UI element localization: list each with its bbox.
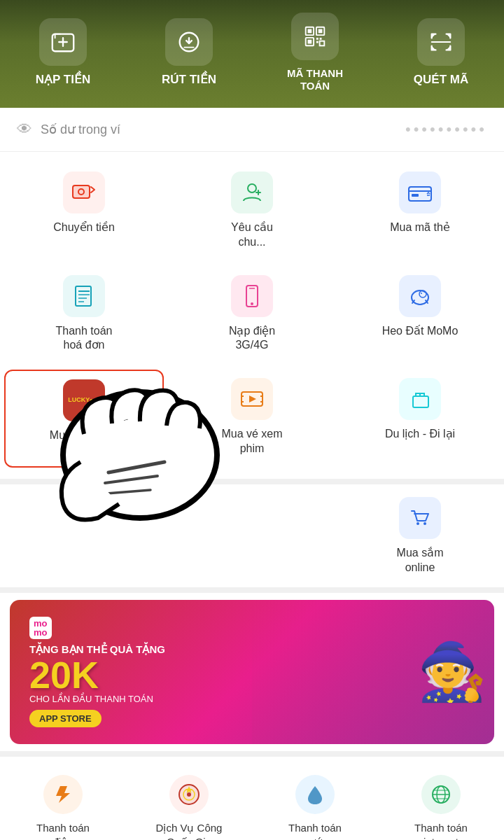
withdraw-icon	[165, 18, 213, 66]
banner-subtext: CHO LẦN ĐẦU THANH TOÁN	[29, 694, 165, 704]
svg-point-18	[248, 184, 256, 192]
mua-ve-xem-phim-label: Mua vé xemphim	[221, 427, 282, 456]
balance-amount: ••••••••••	[405, 120, 487, 139]
deposit-icon	[39, 18, 87, 66]
card-icon	[399, 172, 441, 214]
qr-code-icon	[291, 13, 339, 60]
mua-ho-ve-so-label: Mua hộ vé sốVietlott	[50, 428, 118, 458]
mua-ma-the-button[interactable]: Mua mã thẻ	[336, 159, 504, 262]
banner-button[interactable]: APP STORE	[29, 710, 102, 727]
water-icon	[295, 775, 335, 814]
yeu-cau-button[interactable]: Yêu cầuchu...	[168, 159, 336, 262]
dich-vu-cong-label: Dịch Vụ CôngQuốc Gia	[156, 821, 223, 840]
bottom-grid-row1: Thanh toánđiện Dịch Vụ CôngQuốc Gia	[0, 764, 504, 840]
momo-logo: momo	[29, 617, 52, 639]
thanh-toan-nuoc-button[interactable]: Thanh toánnước	[252, 764, 378, 840]
mua-ho-ve-so-button[interactable]: LUCKY ●●● Mua hộ vé sốVietlott	[4, 370, 164, 468]
svg-rect-13	[320, 41, 325, 46]
movie-icon	[231, 378, 273, 420]
thanh-toan-dien-label: Thanh toánđiện	[36, 821, 90, 840]
services-grid: Chuyển tiền Yêu cầuchu... Mua mã thẻ	[0, 152, 504, 484]
svg-rect-7	[318, 29, 323, 34]
dich-vu-cong-button[interactable]: Dịch Vụ CôngQuốc Gia	[126, 764, 252, 840]
transfer-icon	[63, 172, 105, 214]
chuyen-tien-button[interactable]: Chuyển tiền	[0, 159, 168, 262]
shopping-icon	[399, 497, 441, 539]
eye-icon[interactable]: 👁	[17, 120, 32, 139]
banner-section: momo TẶNG BẠN THẺ QUÀ TẶNG 20K CHO LẦN Đ…	[0, 593, 504, 757]
phone-icon	[231, 275, 273, 317]
lottery-icon: LUCKY ●●●	[63, 379, 105, 421]
svg-point-46	[187, 792, 191, 797]
svg-rect-12	[316, 41, 318, 43]
svg-rect-11	[320, 38, 322, 40]
thanh-toan-hoa-don-button[interactable]: Thanh toánhoá đơn	[0, 262, 168, 366]
svg-point-41	[416, 522, 419, 525]
rut-tien-label: RÚT TIỀN	[162, 73, 216, 87]
piggy-icon	[399, 275, 441, 317]
nap-3g4g-button[interactable]: Nạp điện3G/4G	[168, 262, 336, 366]
svg-point-42	[424, 522, 426, 525]
balance-label: Số dư trong ví	[41, 122, 397, 137]
nap-tien-label: NẠP TIỀN	[36, 73, 90, 87]
svg-marker-34	[249, 396, 256, 402]
thanh-toan-internet-label: Thanh toáninternet	[414, 821, 468, 840]
thanh-toan-dien-button[interactable]: Thanh toánđiện	[0, 764, 126, 840]
svg-rect-5	[308, 29, 312, 34]
heo-dat-momo-label: Heo Đất MoMo	[382, 324, 458, 339]
ma-thanh-toan-label: MÃ THANHTOÁN	[287, 67, 343, 92]
momo-logo-group: momo	[29, 617, 165, 639]
nap-tien-button[interactable]: NẠP TIỀN	[0, 18, 126, 87]
svg-rect-39	[413, 396, 428, 407]
nap-3g4g-label: Nạp điện3G/4G	[229, 324, 275, 354]
thanh-toan-nuoc-label: Thanh toánnước	[288, 821, 342, 840]
heo-dat-momo-button[interactable]: Heo Đất MoMo	[336, 262, 504, 366]
du-lich-button[interactable]: Du lịch - Đi lại	[336, 365, 504, 472]
scan-icon	[417, 18, 465, 66]
svg-rect-21	[412, 194, 419, 197]
svg-rect-9	[308, 40, 312, 44]
government-icon	[169, 775, 209, 814]
electricity-icon	[43, 775, 83, 814]
mua-ma-the-label: Mua mã thẻ	[390, 220, 450, 235]
rut-tien-button[interactable]: RÚT TIỀN	[126, 18, 252, 87]
travel-icon	[399, 378, 441, 420]
du-lich-label: Du lịch - Đi lại	[385, 427, 455, 442]
yeu-cau-label: Yêu cầuchu...	[231, 220, 273, 250]
balance-section: 👁 Số dư trong ví ••••••••••	[0, 108, 504, 152]
internet-icon	[421, 775, 461, 814]
bill-icon	[63, 275, 105, 317]
ma-thanh-toan-button[interactable]: MÃ THANHTOÁN	[252, 13, 378, 92]
top-navigation: NẠP TIỀN RÚT TIỀN	[0, 0, 504, 108]
svg-rect-22	[76, 286, 91, 306]
svg-point-32	[421, 293, 422, 294]
svg-rect-15	[73, 186, 90, 198]
mua-ve-xem-phim-button[interactable]: Mua vé xemphim	[168, 365, 336, 472]
thanh-toan-internet-button[interactable]: Thanh toáninternet	[378, 764, 504, 840]
promo-banner[interactable]: momo TẶNG BẠN THẺ QUÀ TẶNG 20K CHO LẦN Đ…	[10, 600, 494, 744]
svg-point-28	[251, 302, 253, 305]
bottom-services: Thanh toánđiện Dịch Vụ CôngQuốc Gia	[0, 757, 504, 840]
request-icon	[231, 172, 273, 214]
svg-rect-10	[316, 38, 318, 40]
mua-sam-online-button[interactable]: Mua sắmonline	[336, 484, 504, 588]
chuyen-tien-label: Chuyển tiền	[53, 220, 115, 235]
quet-ma-label: QUÉT MÃ	[414, 73, 468, 87]
banner-content: momo TẶNG BẠN THẺ QUÀ TẶNG 20K CHO LẦN Đ…	[29, 617, 165, 727]
svg-rect-19	[409, 187, 431, 201]
quet-ma-button[interactable]: QUÉT MÃ	[378, 18, 504, 87]
mua-sam-online-label: Mua sắmonline	[397, 546, 444, 575]
banner-amount: 20K	[29, 656, 165, 694]
banner-image: 🧙	[252, 600, 494, 744]
thanh-toan-hoa-don-label: Thanh toánhoá đơn	[56, 324, 113, 354]
